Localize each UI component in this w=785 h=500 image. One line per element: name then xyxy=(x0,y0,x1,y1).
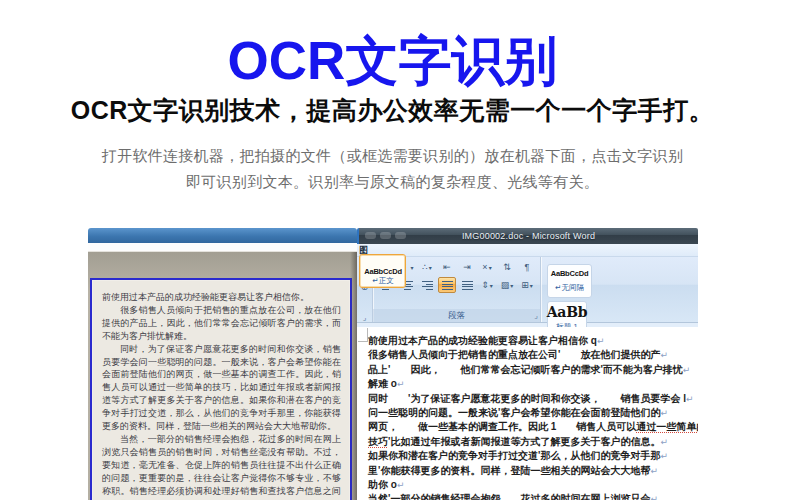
quick-access-icon xyxy=(380,232,391,239)
ribbon-tab-strip[interactable]: 图 xyxy=(357,244,698,257)
document-text: 前使用过本产品的成功经验能更容易让客户相信你 q↵很多销售人员倾向于把销售的重点… xyxy=(368,334,698,500)
book-paragraph: 当然，一部分的销售经理会抱怨，花过多的时间在网上浏览只会销售员的销售时间，对销售… xyxy=(102,433,341,500)
style-card[interactable]: AaBbCcDd↵无间隔 xyxy=(547,264,592,298)
dialog-launcher-icon[interactable]: ⌟ xyxy=(534,309,538,322)
paragraph-group-label: 段落 ⌟ xyxy=(373,309,540,322)
increase-indent-button[interactable]: ⇥ xyxy=(458,259,476,275)
book-page-text: 前使用过本产品的成功经验能更容易让客户相信你。很多销售人员倾向于把销售的重点放在… xyxy=(102,291,341,500)
style-name: ↵正文 xyxy=(372,276,393,286)
show-marks-button[interactable]: ¶ xyxy=(518,259,536,275)
document-line: 里'你能获得更多的资料。同样，登陆一些相关的网站会大大地帮↵ xyxy=(368,464,698,478)
dropdown-arrow-icon: ▾ xyxy=(490,282,493,289)
word-title-text: IMG00002.doc - Microsoft Word xyxy=(462,231,595,241)
style-card[interactable]: AaBbCcDd↵正文 xyxy=(359,254,406,288)
captured-document-photo: 前使用过本产品的成功经验能更容易让客户相信你。很多销售人员倾向于把销售的重点放在… xyxy=(88,252,357,500)
page-subtitle: OCR文字识别技术，提高办公效率无需一个一个字手打。 xyxy=(0,94,785,127)
line-spacing-button[interactable]: ⇕▾ xyxy=(478,277,496,293)
asian-layout-button[interactable]: ×▾ xyxy=(478,259,496,275)
dropdown-arrow-icon: ▾ xyxy=(510,282,513,289)
page-title: OCR文字识别 xyxy=(0,26,785,98)
show-marks-icon: ¶ xyxy=(525,263,530,272)
dropdown-arrow-icon: ▾ xyxy=(429,264,432,271)
justify-button[interactable] xyxy=(438,277,456,293)
styles-gallery: AaBbCcDd↵正文AaBbCcDd↵无间隔AaBb标题 1AaBb标题 2 xyxy=(541,257,698,322)
book-paragraph: 前使用过本产品的成功经验能更容易让客户相信你。 xyxy=(102,291,341,304)
document-area[interactable]: 前使用过本产品的成功经验能更容易让客户相信你 q↵很多销售人员倾向于把销售的重点… xyxy=(357,327,698,500)
cursor-notch xyxy=(358,328,368,342)
scanner-app-screenshot: 前使用过本产品的成功经验能更容易让客户相信你。很多销售人员倾向于把销售的重点放在… xyxy=(88,228,357,500)
scanner-toolbar-strip xyxy=(88,243,357,252)
document-line: 解难 o↵ xyxy=(368,377,698,391)
document-line: 问一些聪明的问题。一般来说'客户会希望你能在会面前登陆他们的↵ xyxy=(368,406,698,420)
quick-access-toolbar[interactable] xyxy=(365,232,406,239)
dialog-launcher-icon[interactable]: ⌟ xyxy=(363,313,367,322)
quick-access-icon xyxy=(365,232,376,239)
document-line: 同时 '为了保证客户愿意花更多的时间和你交谈， 销售员要学会 l↵ xyxy=(368,392,698,406)
ocr-selection-rectangle[interactable]: 前使用过本产品的成功经验能更容易让客户相信你。很多销售人员倾向于把销售的重点放在… xyxy=(90,278,352,500)
justify-icon xyxy=(442,281,453,290)
word-window: IMG00002.doc - Microsoft Word 图 A⊕⌟ ≣▾⋮▾… xyxy=(357,228,698,500)
dropdown-arrow-icon: ▾ xyxy=(530,282,533,289)
sort-button[interactable]: ⇅ xyxy=(498,259,516,275)
distribute-icon xyxy=(462,281,473,290)
dropdown-arrow-icon: ▾ xyxy=(410,264,413,271)
increase-indent-icon: ⇥ xyxy=(463,263,471,272)
scanner-titlebar xyxy=(88,228,357,243)
asian-layout-icon: × xyxy=(482,263,487,272)
line-spacing-icon: ⇕ xyxy=(481,281,489,290)
document-line: 如果你和潜在客户的竞争对手打过交道'那么，从他们的竞争对手那↵ xyxy=(368,449,698,463)
page: OCR文字识别 OCR文字识别技术，提高办公效率无需一个一个字手打。 打开软件连… xyxy=(0,0,785,500)
description-line-2: 即可识别到文本。识别率与原文稿的复杂程度、光线等有关。 xyxy=(186,173,599,190)
document-line: 当然'一部分的销售经理会抱怨 花过多的时间在网上浏览只会↵ xyxy=(368,492,698,500)
sort-icon: ⇅ xyxy=(503,263,511,272)
paragraph-group-label-text: 段落 xyxy=(448,310,465,320)
style-sample: AaBbCcDd xyxy=(551,269,589,278)
quick-access-icon xyxy=(395,232,406,239)
style-sample: AaBb xyxy=(547,304,588,320)
document-line: 品上' 因此， 他们常常会忘记倾听客户的需求'而不能为客户排忧↵ xyxy=(368,363,698,377)
align-right-button[interactable] xyxy=(418,277,436,293)
ribbon: A⊕⌟ ≣▾⋮▾∴▾⇤⇥×▾⇅¶ ⇕▾▨▾⊞▾ 段落 ⌟ AaBbCcDd↵正文… xyxy=(357,257,698,323)
book-paragraph: 很多销售人员倾向于把销售的重点放在公司，放在他们提供的产品上，因此，他们常常会忘… xyxy=(102,304,341,343)
shading-button[interactable]: ▨▾ xyxy=(498,277,516,293)
borders-button[interactable]: ⊞▾ xyxy=(518,277,536,293)
decrease-indent-icon: ⇤ xyxy=(443,263,451,272)
page-description: 打开软件连接机器，把拍摄的文件（或框选需要识别的）放在机器下面，点击文字识别即可… xyxy=(0,143,785,195)
document-line: 很多销售人员倾向于把销售的重点放在公司' 放在他们提供的产↵ xyxy=(368,348,698,362)
description-line-1: 打开软件连接机器，把拍摄的文件（或框选需要识别的）放在机器下面，点击文字识别 xyxy=(102,147,683,164)
style-sample: AaBbCcDd xyxy=(364,267,402,276)
document-line: 助你 o↵ xyxy=(368,478,698,492)
borders-icon: ⊞ xyxy=(521,281,529,290)
decrease-indent-button[interactable]: ⇤ xyxy=(438,259,456,275)
multilevel-list-icon: ∴ xyxy=(422,263,428,272)
align-right-icon xyxy=(422,281,433,290)
document-line: 前使用过本产品的成功经验能更容易让客户相信你 q↵ xyxy=(368,334,698,348)
style-name: ↵无间隔 xyxy=(555,283,584,293)
document-line: 技巧'比如通过年报或者新闻报道等方式了解更多关于客户的信息。↵ xyxy=(368,435,698,449)
document-line: 网页， 做一些基本的调查工作。因此 1 销售人员可以通过一些简单的↵ xyxy=(368,420,698,434)
word-titlebar[interactable]: IMG00002.doc - Microsoft Word xyxy=(357,228,698,244)
distribute-button[interactable] xyxy=(458,277,476,293)
dropdown-arrow-icon: ▾ xyxy=(489,264,492,271)
multilevel-list-button[interactable]: ∴▾ xyxy=(418,259,436,275)
shading-icon: ▨ xyxy=(501,281,510,290)
book-paragraph: 同时，为了保证客户愿意花更多的时间和你交谈，销售员要学会问一些聪明的问题。一般来… xyxy=(102,343,341,433)
